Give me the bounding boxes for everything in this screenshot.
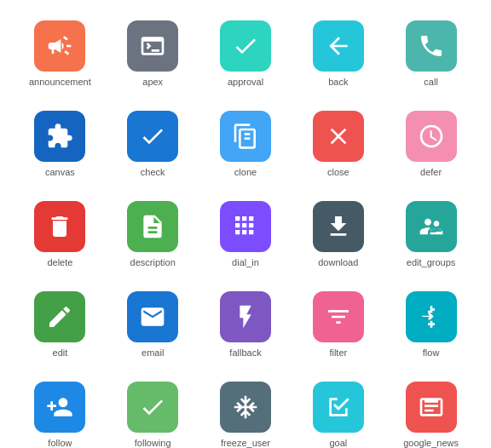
icon-item-announcement[interactable]: announcement (14, 14, 107, 94)
icon-box-apex (127, 20, 178, 72)
icon-item-call[interactable]: call (384, 14, 477, 94)
icon-item-clone[interactable]: clone (199, 104, 292, 184)
icon-item-dial_in[interactable]: dial_in (199, 194, 292, 274)
icon-item-defer[interactable]: defer (384, 104, 477, 184)
icon-item-filter[interactable]: filter (292, 284, 384, 365)
icon-box-fallback (220, 291, 271, 342)
icon-box-follow (34, 382, 85, 433)
icon-label-dial_in: dial_in (232, 257, 259, 267)
icon-item-delete[interactable]: delete (14, 194, 107, 274)
icon-label-back: back (328, 77, 348, 87)
icon-box-call (406, 20, 457, 72)
icon-label-fallback: fallback (229, 347, 261, 358)
icon-label-download: download (318, 257, 358, 267)
icon-item-edit[interactable]: edit (14, 284, 107, 365)
icon-item-back[interactable]: back (292, 14, 384, 94)
icon-label-announcement: announcement (29, 77, 91, 87)
icon-label-canvas: canvas (45, 167, 75, 177)
icon-item-google_news[interactable]: google_news (384, 375, 477, 448)
icon-item-download[interactable]: download (292, 194, 384, 274)
icon-label-filter: filter (329, 347, 347, 358)
icon-label-description: description (130, 257, 176, 267)
icon-label-clone: clone (234, 167, 257, 177)
icon-box-filter (313, 291, 364, 342)
icon-label-flow: flow (423, 347, 440, 358)
icon-label-edit_groups: edit_groups (407, 257, 456, 267)
icon-label-email: email (142, 347, 164, 358)
icon-item-approval[interactable]: approval (199, 14, 292, 94)
icon-box-dial_in (220, 201, 271, 252)
icon-label-freeze_user: freeze_user (221, 438, 270, 448)
icon-item-edit_groups[interactable]: edit_groups (384, 194, 477, 274)
icon-box-following (127, 382, 178, 433)
icon-label-edit: edit (53, 347, 68, 358)
icon-box-delete (34, 201, 85, 252)
icon-label-check: check (141, 167, 165, 177)
icon-label-apex: apex (142, 77, 163, 87)
icon-box-freeze_user (220, 382, 271, 433)
icon-item-check[interactable]: check (107, 104, 199, 184)
icon-box-back (313, 20, 364, 72)
icon-box-goal (313, 382, 364, 433)
icon-item-follow[interactable]: follow (14, 375, 107, 448)
icon-item-canvas[interactable]: canvas (14, 104, 107, 184)
icon-label-approval: approval (228, 77, 263, 87)
icon-box-announcement (34, 20, 85, 72)
icon-item-description[interactable]: description (107, 194, 199, 274)
icon-box-clone (220, 111, 271, 162)
icon-item-fallback[interactable]: fallback (199, 284, 292, 365)
icon-item-flow[interactable]: flow (384, 284, 477, 365)
icon-label-defer: defer (420, 167, 442, 177)
icon-box-close (313, 111, 364, 162)
icon-box-edit (34, 291, 85, 342)
icon-box-defer (406, 111, 457, 162)
icon-item-email[interactable]: email (107, 284, 199, 365)
icon-box-description (127, 201, 178, 252)
icon-box-google_news (406, 382, 457, 433)
icon-box-approval (220, 20, 271, 72)
icon-box-email (127, 291, 178, 342)
icon-item-freeze_user[interactable]: freeze_user (199, 375, 292, 448)
icon-item-goal[interactable]: goal (292, 375, 384, 448)
icon-item-close[interactable]: close (292, 104, 384, 184)
icon-box-check (127, 111, 178, 162)
icon-label-google_news: google_news (403, 438, 459, 448)
icon-label-goal: goal (329, 438, 347, 448)
icon-label-delete: delete (47, 257, 72, 267)
icon-grid: announcementapexapprovalbackcallcanvasch… (14, 14, 477, 448)
icon-item-following[interactable]: following (107, 375, 199, 448)
icon-box-flow (406, 291, 457, 342)
icon-item-apex[interactable]: apex (107, 14, 199, 94)
icon-box-canvas (34, 111, 85, 162)
icon-label-follow: follow (48, 438, 72, 448)
icon-box-edit_groups (406, 201, 457, 252)
icon-box-download (313, 201, 364, 252)
icon-label-following: following (135, 438, 171, 448)
icon-label-close: close (327, 167, 349, 177)
icon-label-call: call (424, 77, 438, 87)
